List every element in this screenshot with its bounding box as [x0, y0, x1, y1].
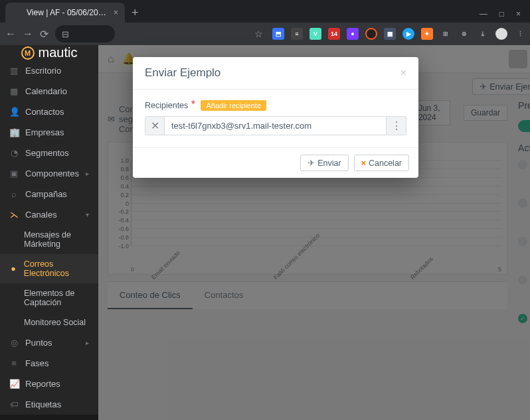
site-info-icon[interactable]: ⊟	[62, 29, 69, 39]
required-asterisk: *	[191, 99, 195, 110]
sidebar-item-captacion[interactable]: Elementos de Captación	[0, 283, 98, 313]
tab-close-icon[interactable]: ×	[114, 8, 118, 17]
user-icon: 👤	[9, 107, 19, 117]
sidebar: M mautic ▥Escritorio ▦Calendario 👤Contac…	[0, 45, 98, 420]
brand-logo[interactable]: M mautic	[0, 45, 98, 60]
sidebar-item-segmentos[interactable]: ◔Segmentos	[0, 143, 98, 163]
target-icon: ◎	[9, 338, 19, 348]
chart-icon: 📈	[9, 379, 19, 389]
components-icon: ▣	[9, 169, 19, 178]
add-recipient-button[interactable]: Añadir recipiente	[201, 100, 266, 111]
sidebar-item-componentes[interactable]: ▣Componentes▸	[0, 163, 98, 184]
sidebar-item-calendario[interactable]: ▦Calendario	[0, 81, 98, 102]
chevron-right-icon: ▸	[86, 170, 89, 177]
sidebar-item-canales[interactable]: ⋋Canales▾	[0, 204, 98, 225]
extensions-menu-icon[interactable]: ⊞	[440, 28, 452, 40]
tab-title: View | AF - 05/06/2024 – PROM…	[27, 8, 110, 17]
sidebar-item-monitoreo[interactable]: Monitoreo Social	[0, 313, 98, 332]
send-icon: ✈	[308, 158, 315, 168]
sidebar-item-fases[interactable]: ≡Fases	[0, 353, 98, 374]
maximize-icon[interactable]: □	[499, 9, 504, 19]
profile-avatar-icon[interactable]	[495, 28, 507, 40]
reload-icon[interactable]: ⟳	[40, 28, 48, 40]
tag-icon: 🏷	[9, 399, 19, 409]
new-tab-button[interactable]: +	[125, 3, 145, 23]
building-icon: 🏢	[9, 127, 19, 137]
calendar-icon: ▦	[9, 86, 19, 96]
close-window-icon[interactable]: ×	[516, 9, 521, 19]
sidebar-item-empresas[interactable]: 🏢Empresas	[0, 122, 98, 143]
extension-icon[interactable]: ≡	[291, 28, 303, 40]
extension-icon[interactable]: ▦	[384, 28, 396, 40]
remove-recipient-button[interactable]: ✕	[145, 116, 165, 135]
sidebar-item-correos[interactable]: ●Correos Electrónicos	[0, 254, 98, 283]
sidebar-collapse-button[interactable]: ◂Colapsar Menú	[0, 415, 98, 420]
forward-icon[interactable]: →	[23, 28, 33, 40]
chevron-down-icon: ▾	[86, 211, 89, 218]
chevron-right-icon: ▸	[86, 339, 89, 346]
extension-icon[interactable]: ✦	[421, 28, 433, 40]
stages-icon: ≡	[9, 358, 19, 368]
send-button[interactable]: ✈Enviar	[300, 155, 348, 171]
browser-tab[interactable]: View | AF - 05/06/2024 – PROM… ×	[5, 3, 125, 23]
back-icon[interactable]: ←	[5, 28, 16, 40]
tab-favicon	[12, 7, 23, 18]
bookmark-star-icon[interactable]: ☆	[122, 29, 266, 39]
sidebar-item-escritorio[interactable]: ▥Escritorio	[0, 60, 98, 81]
window-controls: — □ ×	[480, 9, 525, 23]
extension-icon[interactable]: ⊕	[458, 28, 470, 40]
sidebar-item-etiquetas[interactable]: 🏷Etiquetas	[0, 394, 98, 415]
recipient-more-button[interactable]: ⋮	[387, 116, 406, 135]
modal-close-icon[interactable]: ×	[400, 67, 406, 79]
dot-icon: ●	[9, 264, 17, 273]
browser-menu-icon[interactable]: ⋮	[514, 28, 526, 40]
minimize-icon[interactable]: —	[480, 9, 487, 19]
recipient-input[interactable]	[165, 116, 387, 135]
extension-icon[interactable]	[365, 28, 377, 40]
extension-icon-badge[interactable]: 14	[328, 28, 340, 40]
downloads-icon[interactable]: ⤓	[477, 28, 489, 40]
extension-icon[interactable]: ●	[347, 28, 359, 40]
send-example-modal: Enviar Ejemplo × Recipientes * Añadir re…	[133, 57, 418, 178]
sidebar-item-reportes[interactable]: 📈Reportes	[0, 374, 98, 394]
browser-toolbar: ← → ⟳ ⊟ ☆ ⬒ ≡ V 14 ● ▦ ▶ ✦ ⊞ ⊕ ⤓ ⋮	[0, 23, 530, 45]
extension-icon[interactable]: ⬒	[272, 28, 284, 40]
mautic-logo-icon: M	[21, 46, 35, 60]
sidebar-item-mensajes-marketing[interactable]: Mensajes de Márketing	[0, 225, 98, 254]
modal-title: Enviar Ejemplo	[145, 66, 221, 80]
dashboard-icon: ▥	[9, 66, 19, 76]
recipients-label: Recipientes	[145, 101, 188, 110]
url-bar[interactable]: ⊟	[55, 25, 115, 42]
sidebar-item-campanas[interactable]: ⌕Campañas	[0, 184, 98, 204]
rss-icon: ⋋	[9, 210, 19, 220]
megaphone-icon: ⌕	[9, 189, 19, 199]
browser-titlebar: View | AF - 05/06/2024 – PROM… × + — □ ×	[0, 0, 530, 23]
extension-icon[interactable]: V	[309, 28, 321, 40]
sidebar-item-contactos[interactable]: 👤Contactos	[0, 102, 98, 122]
close-icon: ×	[361, 159, 366, 168]
cancel-button[interactable]: ×Cancelar	[354, 155, 409, 171]
extension-icon[interactable]: ▶	[402, 28, 414, 40]
pie-icon: ◔	[9, 148, 19, 158]
sidebar-item-puntos[interactable]: ◎Puntos▸	[0, 332, 98, 353]
brand-name: mautic	[39, 45, 78, 60]
